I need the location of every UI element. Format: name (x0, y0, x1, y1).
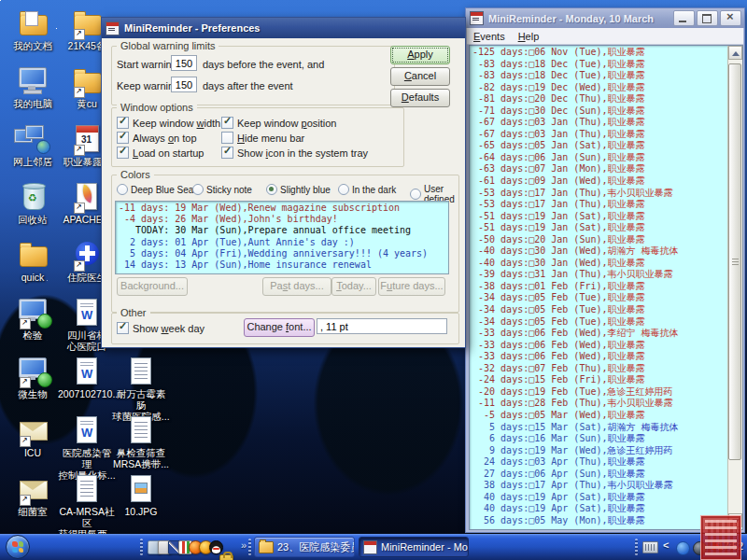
desktop-icon[interactable]: CA-MRSA社区 获得甲氧西... (58, 473, 116, 539)
reminder-row[interactable]: 24 days:□03 Apr (Thu),职业暴露 (472, 456, 726, 469)
reminder-row[interactable]: -33 days:□06 Feb (Wed),职业暴露 (472, 340, 726, 352)
scroll-down-button[interactable] (728, 513, 742, 527)
reminder-row[interactable]: -61 days:□09 Jan (Wed),职业暴露 (472, 175, 726, 188)
start-warning-input[interactable] (171, 55, 197, 71)
reminder-row[interactable]: -50 days:□20 Jan (Sun),职业暴露 (472, 234, 726, 246)
reminder-row[interactable]: -20 days:□19 Feb (Tue),急诊王红婷用药 (472, 386, 726, 399)
minimize-button[interactable] (673, 10, 695, 26)
desktop-icon[interactable]: 回收站 (4, 181, 62, 225)
reminder-row[interactable]: -32 days:□07 Feb (Thu),职业暴露 (472, 363, 726, 375)
reminder-row[interactable]: -33 days:□06 Feb (Wed),职业暴露 (472, 351, 726, 363)
desktop-icon[interactable]: 耐万古霉素肠 球菌医院感... (112, 356, 170, 422)
taskbar-button-2[interactable]: MiniReminder - Mon... (359, 537, 469, 557)
desktop-icon[interactable]: 我的文档 (4, 7, 62, 51)
scrollbar[interactable] (727, 46, 742, 527)
reminder-row[interactable]: -33 days:□06 Feb (Wed),李绍宁 梅毒抗体 (472, 328, 726, 340)
checkbox-hide-menu-bar[interactable]: Hide menu bar (221, 132, 304, 144)
reminder-row[interactable]: -34 days:□05 Feb (Tue),职业暴露 (472, 292, 726, 304)
scroll-up-button[interactable] (728, 46, 742, 60)
start-button[interactable] (6, 535, 30, 559)
radio-slightly-blue[interactable]: Slightly blue (266, 184, 331, 195)
reminder-row[interactable]: -34 days:□05 Feb (Tue),职业暴露 (472, 304, 726, 316)
reminder-row[interactable]: 40 days:□19 Apr (Sat),职业暴露 (472, 492, 726, 504)
checkbox-keep-window-width[interactable]: Keep window width (117, 117, 220, 129)
desktop-icon[interactable]: quick (4, 239, 62, 283)
taskbar-button-1[interactable]: 23、医院感染委员... (254, 537, 355, 557)
past-days-button[interactable]: Past days... (262, 277, 331, 296)
font-description-field[interactable] (317, 318, 447, 334)
checkbox-load-on-startup[interactable]: Load on startup (117, 147, 204, 159)
radio-deep-blue-sea[interactable]: Deep Blue Sea (117, 184, 193, 195)
taskband-drag-handle[interactable] (248, 539, 251, 555)
cancel-button[interactable]: Cancel (390, 67, 450, 86)
apply-button[interactable]: Apply (390, 46, 450, 64)
reminder-row[interactable]: -82 days:□19 Dec (Wed),职业暴露 (472, 82, 726, 94)
reminder-row[interactable]: 40 days:□19 Apr (Sat),职业暴露 (472, 503, 726, 515)
quicklaunch-drag-handle[interactable] (140, 539, 143, 555)
reminder-row[interactable]: -81 days:□20 Dec (Thu),职业暴露 (472, 93, 726, 105)
reminder-row[interactable]: -64 days:□06 Jan (Sun),职业暴露 (472, 152, 726, 164)
reminder-row[interactable]: 5 days:□15 Mar (Sat),胡瀚方 梅毒抗体 (472, 422, 726, 434)
reminder-row[interactable]: -83 days:□18 Dec (Tue),职业暴露 (472, 70, 726, 82)
preferences-titlebar[interactable]: MiniReminder - Preferences (102, 18, 465, 38)
reminder-row[interactable]: 56 days:□05 May (Mon),职业暴露 (472, 515, 726, 527)
desktop-icon[interactable]: 10.JPG (112, 473, 170, 517)
reminder-row[interactable]: -24 days:□15 Feb (Fri),职业暴露 (472, 374, 726, 386)
reminder-row[interactable]: 38 days:□17 Apr (Thu),韦小贝职业暴露 (472, 480, 726, 492)
reminder-row[interactable]: -39 days:□31 Jan (Thu),韦小贝职业暴露 (472, 269, 726, 281)
reminder-row[interactable]: -53 days:□17 Jan (Thu),韦小贝职业暴露 (472, 188, 726, 200)
today-button[interactable]: Today... (331, 277, 376, 296)
radio-in-the-dark[interactable]: In the dark (338, 184, 396, 195)
quicklaunch-more-chevron-icon[interactable]: » (241, 539, 247, 551)
app-circle-blue-icon[interactable] (676, 541, 690, 555)
reminder-row[interactable]: -51 days:□19 Jan (Sat),职业暴露 (472, 211, 726, 223)
scrollbar-thumb[interactable] (728, 63, 741, 460)
reminder-row[interactable]: -38 days:□01 Feb (Fri),职业暴露 (472, 281, 726, 293)
desktop-icon[interactable]: 细菌室 (4, 473, 62, 517)
reminder-window-titlebar[interactable]: MiniReminder - Monday, 10 March (466, 8, 744, 28)
reminder-row[interactable]: -5 days:□05 Mar (Wed),职业暴露 (472, 410, 726, 422)
menu-item-help[interactable]: Help (512, 30, 546, 43)
radio-sticky-note[interactable]: Sticky note (192, 184, 252, 195)
reminder-row[interactable]: -34 days:□05 Feb (Tue),职业暴露 (472, 316, 726, 329)
keyboard-icon[interactable] (642, 541, 658, 553)
desktop-icon[interactable]: 网上邻居 (4, 123, 62, 167)
future-days-button[interactable]: Future days... (378, 277, 445, 296)
app-circle-dark-icon[interactable] (693, 541, 707, 555)
defaults-button[interactable]: Defaults (390, 89, 450, 107)
checkbox-show-week-day[interactable]: Show week day (117, 322, 204, 334)
keep-warning-input[interactable] (171, 77, 197, 92)
reminder-row[interactable]: -67 days:□03 Jan (Thu),职业暴露 (472, 129, 726, 141)
checkbox-keep-window-position[interactable]: Keep window position (221, 117, 336, 129)
reminder-row[interactable]: 9 days:□19 Mar (Wed),急诊王红婷用药 (472, 445, 726, 457)
reminder-list[interactable]: -125 days:□06 Nov (Tue),职业暴露 -83 days:□1… (469, 45, 743, 530)
reminder-row[interactable]: 27 days:□06 Apr (Sun),职业暴露 (472, 469, 726, 481)
checkbox-show-icon-in-the-system-tray[interactable]: Show icon in the system tray (221, 147, 368, 159)
background-button[interactable]: Background... (117, 277, 188, 296)
collapse-chevron-icon[interactable]: < (663, 539, 669, 551)
reminder-row[interactable]: 6 days:□16 Mar (Sun),职业暴露 (472, 433, 726, 445)
desktop-icon[interactable]: 医院感染管理 控制量化标... (58, 414, 116, 481)
reminder-row[interactable]: -40 days:□30 Jan (Wed),职业暴露 (472, 258, 726, 270)
desktop-icon[interactable]: 检验 (4, 297, 62, 341)
desktop-icon[interactable]: 我的电脑 (4, 65, 62, 109)
reminder-row[interactable]: -11 days:□28 Feb (Thu),韦小贝职业暴露 (472, 398, 726, 410)
reminder-row[interactable]: -83 days:□18 Dec (Tue),职业暴露 (472, 59, 726, 71)
maximize-button[interactable] (697, 10, 718, 26)
reminder-row[interactable]: -53 days:□17 Jan (Thu),职业暴露 (472, 199, 726, 211)
reminder-row[interactable]: -51 days:□19 Jan (Sat),职业暴露 (472, 222, 726, 234)
qq-icon[interactable] (209, 540, 223, 554)
reminder-row[interactable]: -40 days:□30 Jan (Wed),胡瀚方 梅毒抗体 (472, 245, 726, 258)
desktop-icon[interactable]: 2007102710... (58, 356, 116, 399)
reminder-row[interactable]: -63 days:□07 Jan (Mon),职业暴露 (472, 163, 726, 175)
security-lock-icon[interactable] (219, 554, 233, 560)
desktop-icon[interactable]: ICU (4, 414, 62, 458)
checkbox-always-on-top[interactable]: Always on top (117, 132, 197, 144)
reminder-row[interactable]: -65 days:□05 Jan (Sat),职业暴露 (472, 140, 726, 152)
reminder-row[interactable]: -67 days:□03 Jan (Thu),职业暴露 (472, 117, 726, 129)
desktop-icon[interactable]: 微生物 (4, 356, 62, 399)
menu-item-events[interactable]: Events (467, 30, 512, 43)
reminder-row[interactable]: -71 days:□30 Dec (Sun),职业暴露 (472, 105, 726, 118)
reminder-row[interactable]: -125 days:□06 Nov (Tue),职业暴露 (472, 47, 726, 59)
close-button[interactable] (720, 10, 741, 26)
